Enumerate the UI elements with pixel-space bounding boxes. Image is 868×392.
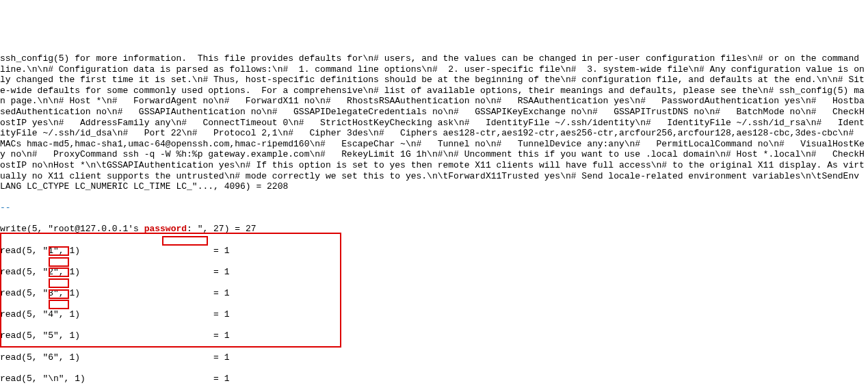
annotation-box-char-2	[49, 257, 69, 267]
read-line-6: read(5, "6", 1) = 1	[0, 352, 868, 363]
write-prompt-line: write(5, "root@127.0.0.1's password: ", …	[0, 224, 868, 235]
separator-1: --	[0, 202, 868, 213]
read-line-1: read(5, "1", 1) = 1	[0, 246, 868, 257]
annotation-box-password	[162, 236, 208, 246]
read-line-2: read(5, "2", 1) = 1	[0, 267, 868, 278]
write-prompt-post: : ", 27) = 27	[187, 224, 256, 234]
ssh-config-block: ssh_config(5) for more information. This…	[0, 53, 868, 192]
read-line-4: read(5, "4", 1) = 1	[0, 309, 868, 320]
annotation-box-char-4	[49, 278, 69, 288]
write-prompt-pre: write(5, "root@127.0.0.1's	[0, 224, 144, 234]
annotation-box-char-6	[49, 300, 69, 309]
password-highlight-1: password	[144, 224, 187, 234]
read-line-3: read(5, "3", 1) = 1	[0, 288, 868, 299]
read-line-5: read(5, "5", 1) = 1	[0, 330, 868, 341]
terminal-output: ssh_config(5) for more information. This…	[0, 42, 868, 392]
read-line-nl: read(5, "\n", 1) = 1	[0, 374, 868, 384]
